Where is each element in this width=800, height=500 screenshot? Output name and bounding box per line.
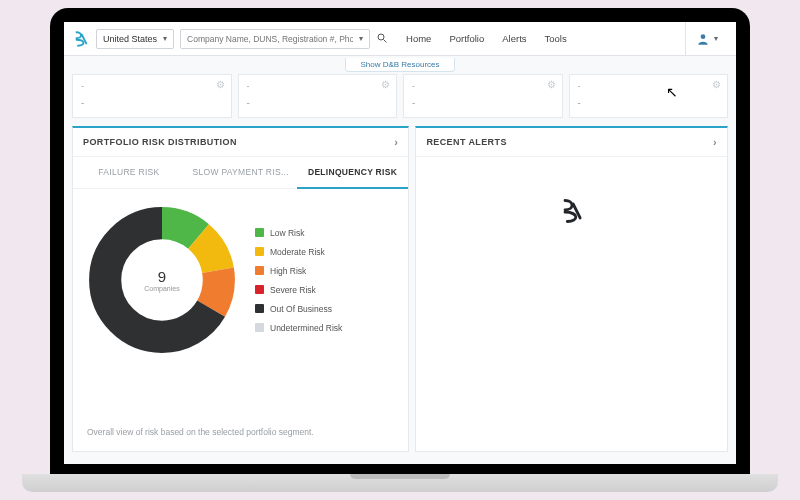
resources-bar: Show D&B Resources — [64, 56, 736, 74]
svg-point-0 — [378, 34, 384, 40]
user-menu[interactable]: ▾ — [685, 22, 728, 55]
gear-icon[interactable]: ⚙ — [216, 79, 225, 90]
panel-header: PORTFOLIO RISK DISTRIBUTION › — [73, 128, 408, 157]
donut-chart: 9 Companies — [87, 205, 237, 355]
card-value: - — [81, 97, 223, 108]
legend-undetermined-risk: Undetermined Risk — [255, 323, 342, 333]
app-screen: United States ▾ ▾ Home Portfolio Alerts … — [64, 22, 736, 464]
legend-moderate-risk: Moderate Risk — [255, 247, 342, 257]
show-resources-button[interactable]: Show D&B Resources — [345, 58, 454, 72]
panel-title: RECENT ALERTS — [426, 137, 506, 147]
panels-row: PORTFOLIO RISK DISTRIBUTION › FAILURE RI… — [64, 118, 736, 452]
summary-card: ⚙ - - — [72, 74, 232, 118]
card-label: - — [412, 81, 554, 91]
legend-out-of-business: Out Of Business — [255, 304, 342, 314]
country-label: United States — [103, 34, 157, 44]
tab-failure-risk[interactable]: FAILURE RISK — [73, 157, 185, 188]
card-label: - — [578, 81, 720, 91]
recent-alerts-panel: RECENT ALERTS › — [415, 126, 728, 452]
nav-portfolio[interactable]: Portfolio — [449, 33, 484, 44]
panel-footer-text: Overall view of risk based on the select… — [73, 417, 408, 451]
tab-slow-payment-risk[interactable]: SLOW PAYMENT RIS... — [185, 157, 297, 188]
panel-header: RECENT ALERTS › — [416, 128, 727, 157]
donut-total-label: Companies — [144, 285, 179, 292]
legend: Low Risk Moderate Risk High Risk Severe … — [255, 228, 342, 333]
summary-card: ⚙ - - — [403, 74, 563, 118]
panel-title: PORTFOLIO RISK DISTRIBUTION — [83, 137, 237, 147]
legend-low-risk: Low Risk — [255, 228, 342, 238]
summary-card: ⚙ - - — [238, 74, 398, 118]
risk-tabs: FAILURE RISK SLOW PAYMENT RIS... DELINQU… — [73, 157, 408, 189]
legend-high-risk: High Risk — [255, 266, 342, 276]
chart-area: 9 Companies Low Risk Moderate Risk High … — [73, 189, 408, 363]
laptop-base — [22, 474, 778, 492]
chevron-right-icon[interactable]: › — [394, 136, 398, 148]
search-caret-icon[interactable]: ▾ — [359, 34, 363, 43]
nav-tools[interactable]: Tools — [545, 33, 567, 44]
donut-total: 9 — [144, 268, 179, 285]
user-icon — [696, 32, 710, 46]
tab-delinquency-risk[interactable]: DELINQUENCY RISK — [297, 157, 409, 189]
portfolio-risk-panel: PORTFOLIO RISK DISTRIBUTION › FAILURE RI… — [72, 126, 409, 452]
gear-icon[interactable]: ⚙ — [547, 79, 556, 90]
header-bar: United States ▾ ▾ Home Portfolio Alerts … — [64, 22, 736, 56]
donut-center: 9 Companies — [144, 268, 179, 292]
alerts-empty-state — [416, 157, 727, 451]
card-value: - — [247, 97, 389, 108]
nav-home[interactable]: Home — [406, 33, 431, 44]
brand-logo-icon — [72, 30, 90, 48]
brand-watermark-icon — [558, 197, 586, 225]
nav-alerts[interactable]: Alerts — [502, 33, 526, 44]
search-icon[interactable] — [376, 32, 388, 46]
gear-icon[interactable]: ⚙ — [712, 79, 721, 90]
svg-line-1 — [384, 39, 387, 42]
country-selector[interactable]: United States ▾ — [96, 29, 174, 49]
search-input[interactable] — [187, 34, 353, 44]
main-nav: Home Portfolio Alerts Tools — [406, 33, 567, 44]
legend-severe-risk: Severe Risk — [255, 285, 342, 295]
svg-point-2 — [701, 34, 706, 39]
caret-down-icon: ▾ — [163, 34, 167, 43]
card-label: - — [81, 81, 223, 91]
summary-row: ⚙ - - ⚙ - - ⚙ - - ⚙ - - — [64, 74, 736, 118]
user-caret-icon: ▾ — [714, 34, 718, 43]
search-field-wrap: ▾ — [180, 29, 370, 49]
card-value: - — [578, 97, 720, 108]
card-label: - — [247, 81, 389, 91]
summary-card: ⚙ - - — [569, 74, 729, 118]
card-value: - — [412, 97, 554, 108]
gear-icon[interactable]: ⚙ — [381, 79, 390, 90]
chevron-right-icon[interactable]: › — [713, 136, 717, 148]
